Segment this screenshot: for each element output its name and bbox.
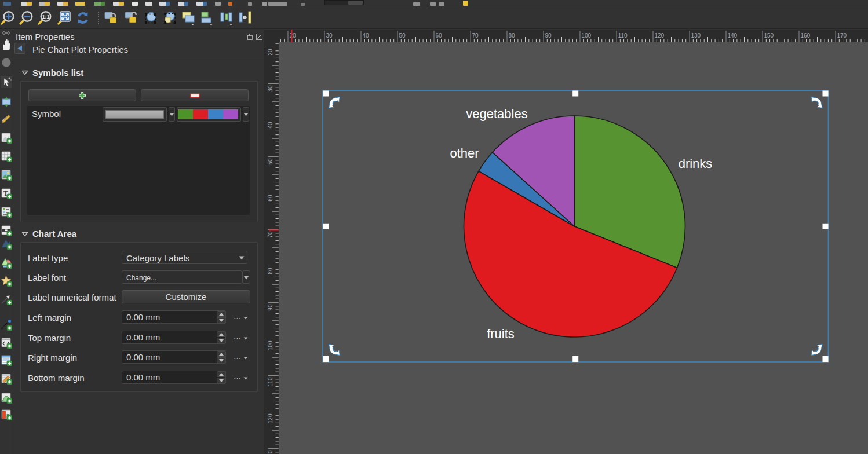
svg-text:other: other	[450, 146, 479, 160]
svg-text:100: 100	[267, 340, 273, 350]
svg-text:50: 50	[399, 32, 406, 39]
svg-text:130: 130	[691, 32, 701, 39]
svg-text:120: 120	[655, 32, 665, 39]
svg-text:40: 40	[267, 122, 273, 129]
svg-text:120: 120	[267, 413, 273, 423]
svg-text:fruits: fruits	[487, 327, 515, 341]
svg-text:170: 170	[837, 32, 847, 39]
svg-text:60: 60	[267, 195, 273, 202]
svg-text:1:1: 1:1	[42, 14, 49, 20]
svg-text:70: 70	[472, 32, 479, 39]
svg-text:130: 130	[267, 450, 273, 454]
svg-text:50: 50	[267, 158, 273, 165]
svg-text:30: 30	[326, 32, 333, 39]
svg-text:20: 20	[290, 32, 297, 39]
svg-text:90: 90	[267, 304, 273, 311]
svg-text:140: 140	[728, 32, 738, 39]
svg-text:30: 30	[267, 85, 273, 92]
svg-text:80: 80	[267, 268, 273, 274]
svg-text:110: 110	[618, 32, 628, 39]
svg-text:drinks: drinks	[679, 156, 713, 171]
svg-text:110: 110	[267, 377, 273, 386]
svg-text:40: 40	[363, 32, 370, 39]
svg-text:70: 70	[267, 231, 273, 238]
svg-text:60: 60	[436, 32, 443, 39]
svg-text:90: 90	[545, 32, 552, 39]
svg-text:80: 80	[509, 32, 516, 39]
svg-text:150: 150	[764, 32, 774, 39]
svg-text:100: 100	[582, 32, 592, 39]
svg-text:160: 160	[801, 32, 811, 39]
svg-text:20: 20	[267, 49, 273, 56]
svg-text:vegetables: vegetables	[466, 107, 527, 121]
